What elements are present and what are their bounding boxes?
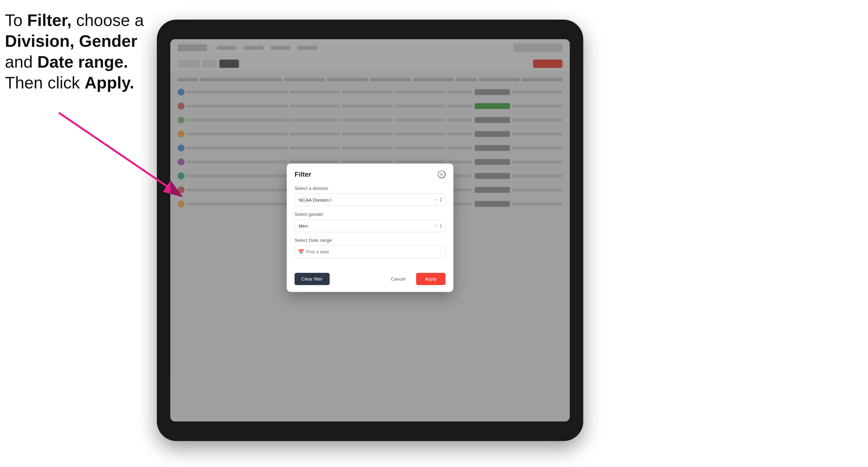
gender-select-wrapper: Men × ▲▼: [294, 220, 445, 232]
apply-button[interactable]: Apply: [416, 273, 445, 285]
instruction-line4: Then click Apply.: [5, 73, 134, 92]
modal-header: Filter ×: [287, 164, 453, 183]
gender-select[interactable]: Men: [294, 220, 445, 232]
date-label: Select Date range: [294, 238, 445, 243]
modal-body: Select a division NCAA Division I × ▲▼ S…: [287, 183, 453, 271]
cancel-button[interactable]: Cancel: [384, 273, 412, 285]
gender-group: Select gender Men × ▲▼: [294, 212, 445, 232]
tablet-screen: Filter × Select a division NCAA Division…: [170, 39, 570, 422]
division-select[interactable]: NCAA Division I: [294, 193, 445, 206]
date-group: Select Date range 📅: [294, 238, 445, 258]
clear-filter-button[interactable]: Clear filter: [294, 273, 330, 285]
instruction-text: To Filter, choose a Division, Gender and…: [5, 10, 144, 93]
calendar-icon: 📅: [298, 249, 304, 255]
modal-close-button[interactable]: ×: [438, 170, 445, 178]
instruction-line2: Division, Gender: [5, 32, 137, 50]
division-label: Select a division: [294, 186, 445, 191]
modal-footer: Clear filter Cancel Apply: [287, 271, 453, 292]
modal-footer-right: Cancel Apply: [384, 273, 445, 285]
division-select-wrapper: NCAA Division I × ▲▼: [294, 193, 445, 206]
gender-label: Select gender: [294, 212, 445, 217]
tablet-frame: Filter × Select a division NCAA Division…: [157, 20, 583, 441]
filter-modal: Filter × Select a division NCAA Division…: [287, 164, 453, 292]
date-input-wrapper: 📅: [294, 246, 445, 258]
instruction-line3: and Date range.: [5, 53, 128, 71]
modal-title: Filter: [294, 170, 311, 178]
instruction-line1: To Filter, choose a: [5, 11, 144, 29]
date-input[interactable]: [294, 246, 445, 258]
division-group: Select a division NCAA Division I × ▲▼: [294, 186, 445, 206]
